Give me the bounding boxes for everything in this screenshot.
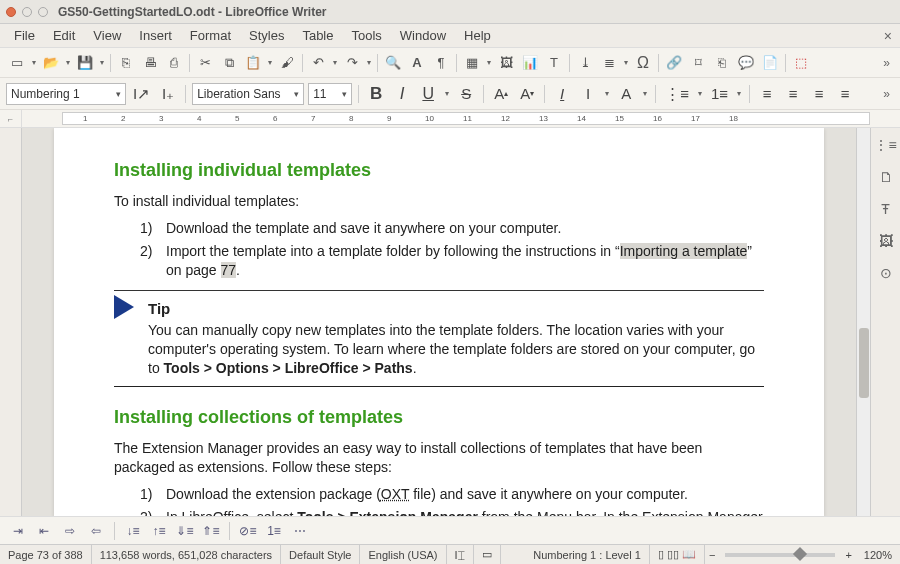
underline-button[interactable]: U — [417, 82, 439, 106]
menu-insert[interactable]: Insert — [131, 25, 180, 46]
toolbar-overflow[interactable]: » — [879, 56, 894, 70]
move-down-icon[interactable]: ↓≡ — [123, 522, 143, 540]
find-icon[interactable]: 🔍 — [382, 52, 404, 74]
bookmark-icon[interactable]: ⎗ — [711, 52, 733, 74]
save-icon[interactable]: 💾 — [74, 52, 96, 74]
paragraph-style-combo[interactable]: Numbering 1▾ — [6, 83, 126, 105]
zoom-in-button[interactable]: + — [841, 549, 855, 561]
menu-window[interactable]: Window — [392, 25, 454, 46]
page-reference[interactable]: 77 — [221, 262, 237, 278]
minimize-window-icon[interactable] — [22, 7, 32, 17]
bullets-dialog-icon[interactable]: ⋯ — [290, 522, 310, 540]
number-dropdown[interactable]: ▾ — [735, 89, 743, 98]
hyperlink-icon[interactable]: 🔗 — [663, 52, 685, 74]
menu-styles[interactable]: Styles — [241, 25, 292, 46]
undo-dropdown[interactable]: ▾ — [331, 58, 339, 67]
image-icon[interactable]: 🖼 — [495, 52, 517, 74]
new-dropdown[interactable]: ▾ — [30, 58, 38, 67]
cross-reference-link[interactable]: Importing a template — [620, 243, 748, 259]
export-pdf-icon[interactable]: ⎘ — [115, 52, 137, 74]
highlight-dropdown[interactable]: ▾ — [641, 89, 649, 98]
print-preview-icon[interactable]: ⎙ — [163, 52, 185, 74]
status-wordcount[interactable]: 113,658 words, 651,028 characters — [92, 545, 281, 564]
copy-icon[interactable]: ⧉ — [218, 52, 240, 74]
promote-one-icon[interactable]: ⇤ — [34, 522, 54, 540]
zoom-slider-knob[interactable] — [793, 546, 807, 560]
menu-view[interactable]: View — [85, 25, 129, 46]
font-size-combo[interactable]: 11▾ — [308, 83, 352, 105]
status-selection-mode[interactable]: ▭ — [474, 545, 501, 564]
paste-dropdown[interactable]: ▾ — [266, 58, 274, 67]
restart-number-icon[interactable]: 1≡ — [264, 522, 284, 540]
font-color-dropdown[interactable]: ▾ — [603, 89, 611, 98]
promote-sub-icon[interactable]: ⇦ — [86, 522, 106, 540]
number-list-icon[interactable]: 1≡ — [708, 82, 731, 106]
status-zoom[interactable]: 120% — [856, 545, 900, 564]
sidebar-properties-icon[interactable]: 🗋 — [875, 166, 897, 188]
move-down-sub-icon[interactable]: ⇓≡ — [175, 522, 195, 540]
update-style-icon[interactable]: I↗ — [130, 82, 153, 106]
redo-dropdown[interactable]: ▾ — [365, 58, 373, 67]
bold-button[interactable]: B — [365, 82, 387, 106]
line-icon[interactable]: ⬚ — [790, 52, 812, 74]
print-icon[interactable]: 🖶 — [139, 52, 161, 74]
font-color-icon[interactable]: I — [577, 82, 599, 106]
superscript-button[interactable]: A▴ — [490, 82, 512, 106]
menu-edit[interactable]: Edit — [45, 25, 83, 46]
sidebar-settings-icon[interactable]: ⋮≡ — [875, 134, 897, 156]
table-icon[interactable]: ▦ — [461, 52, 483, 74]
italic-button[interactable]: I — [391, 82, 413, 106]
demote-one-icon[interactable]: ⇥ — [8, 522, 28, 540]
status-view-layout[interactable]: ▯ ▯▯ 📖 — [650, 545, 705, 564]
menu-tools[interactable]: Tools — [343, 25, 389, 46]
status-insert-mode[interactable]: I⌶ — [447, 545, 474, 564]
formatting-marks-icon[interactable]: ¶ — [430, 52, 452, 74]
move-up-sub-icon[interactable]: ⇑≡ — [201, 522, 221, 540]
document-page[interactable]: Installing individual templates To insta… — [54, 128, 824, 516]
open-icon[interactable]: 📂 — [40, 52, 62, 74]
redo-icon[interactable]: ↷ — [341, 52, 363, 74]
status-page[interactable]: Page 73 of 388 — [0, 545, 92, 564]
close-window-icon[interactable] — [6, 7, 16, 17]
spellcheck-icon[interactable]: A — [406, 52, 428, 74]
field-dropdown[interactable]: ▾ — [622, 58, 630, 67]
save-dropdown[interactable]: ▾ — [98, 58, 106, 67]
maximize-window-icon[interactable] — [38, 7, 48, 17]
bullet-list-icon[interactable]: ⋮≡ — [662, 82, 692, 106]
formatbar-overflow[interactable]: » — [879, 87, 894, 101]
table-dropdown[interactable]: ▾ — [485, 58, 493, 67]
textbox-icon[interactable]: T — [543, 52, 565, 74]
scrollbar-thumb[interactable] — [859, 328, 869, 398]
sidebar-styles-icon[interactable]: Ŧ — [875, 198, 897, 220]
sidebar-gallery-icon[interactable]: 🖼 — [875, 230, 897, 252]
undo-icon[interactable]: ↶ — [307, 52, 329, 74]
document-area[interactable]: Installing individual templates To insta… — [22, 128, 856, 516]
new-icon[interactable]: ▭ — [6, 52, 28, 74]
vertical-ruler[interactable] — [0, 128, 22, 516]
cut-icon[interactable]: ✂ — [194, 52, 216, 74]
font-name-combo[interactable]: Liberation Sans▾ — [192, 83, 304, 105]
zoom-out-button[interactable]: − — [705, 549, 719, 561]
align-justify-icon[interactable]: ≡ — [834, 82, 856, 106]
page-break-icon[interactable]: ⤓ — [574, 52, 596, 74]
close-document-icon[interactable]: × — [884, 28, 892, 44]
align-center-icon[interactable]: ≡ — [782, 82, 804, 106]
clear-format-icon[interactable]: I — [551, 82, 573, 106]
menu-table[interactable]: Table — [294, 25, 341, 46]
vertical-scrollbar[interactable] — [856, 128, 870, 516]
menu-help[interactable]: Help — [456, 25, 499, 46]
align-left-icon[interactable]: ≡ — [756, 82, 778, 106]
status-language[interactable]: English (USA) — [360, 545, 446, 564]
window-controls[interactable] — [6, 7, 48, 17]
subscript-button[interactable]: A▾ — [516, 82, 538, 106]
strikethrough-button[interactable]: S — [455, 82, 477, 106]
highlight-icon[interactable]: A — [615, 82, 637, 106]
align-right-icon[interactable]: ≡ — [808, 82, 830, 106]
horizontal-ruler[interactable]: 123456789101112131415161718 — [62, 112, 870, 125]
zoom-slider[interactable] — [725, 553, 835, 557]
bullet-dropdown[interactable]: ▾ — [696, 89, 704, 98]
underline-dropdown[interactable]: ▾ — [443, 89, 451, 98]
menu-format[interactable]: Format — [182, 25, 239, 46]
paste-icon[interactable]: 📋 — [242, 52, 264, 74]
menu-file[interactable]: File — [6, 25, 43, 46]
